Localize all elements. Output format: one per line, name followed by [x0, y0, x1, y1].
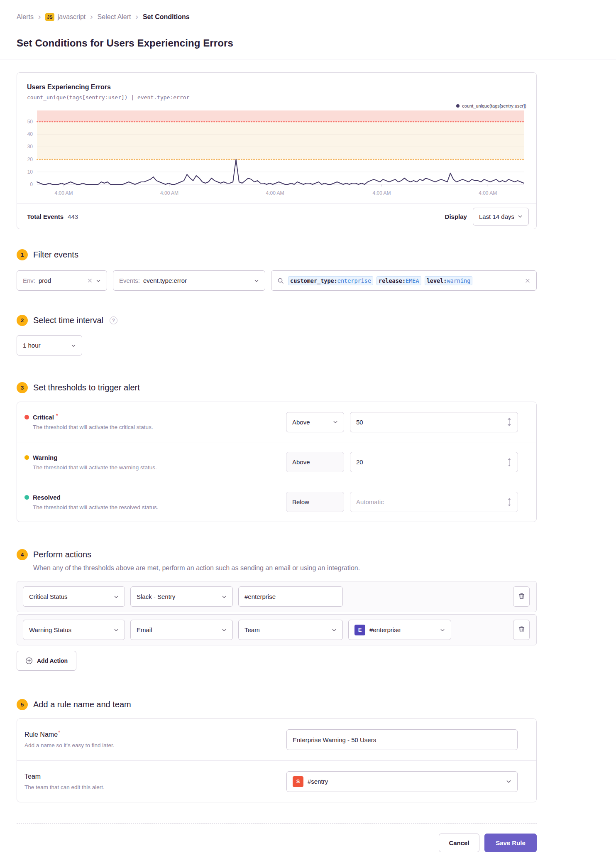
warning-threshold-input[interactable] — [350, 452, 518, 472]
stepper-icon[interactable] — [507, 498, 512, 507]
rule-team-select[interactable]: S #sentry — [286, 771, 518, 792]
critical-threshold-value[interactable] — [356, 419, 489, 426]
action-service-select[interactable]: Slack - Sentry — [130, 586, 233, 607]
save-rule-button[interactable]: Save Rule — [484, 834, 537, 852]
token-key: level: — [427, 277, 447, 284]
stepper-icon[interactable] — [507, 458, 512, 467]
help-icon[interactable]: ? — [110, 316, 117, 324]
search-token[interactable]: level:warning — [425, 276, 473, 285]
event-type-filter-value: event.type:error — [143, 277, 251, 284]
step-rule-heading: 5 Add a rule name and team — [17, 699, 537, 710]
critical-condition-select[interactable]: Above — [286, 412, 344, 432]
action-trigger-select[interactable]: Warning Status — [23, 620, 125, 640]
chevron-down-icon — [518, 214, 523, 219]
tag-search-input[interactable]: customer_type:enterprise release:EMEA le… — [271, 270, 537, 291]
action-team-select[interactable]: E #enterprise — [348, 620, 451, 640]
time-interval-select[interactable]: 1 hour — [17, 335, 82, 356]
search-token[interactable]: customer_type:enterprise — [288, 276, 373, 285]
team-avatar: E — [354, 625, 365, 635]
top-header: Alerts › JS javascript › Select Alert › … — [0, 0, 616, 49]
environment-filter-label: Env: — [23, 277, 35, 284]
svg-text:50: 50 — [27, 119, 33, 125]
resolved-label: Resolved — [33, 494, 61, 501]
required-asterisk: * — [58, 729, 60, 737]
cancel-button[interactable]: Cancel — [439, 834, 479, 852]
rule-team-help: The team that can edit this alert. — [24, 784, 286, 790]
token-value: EMEA — [406, 277, 419, 284]
action-service-value: Slack - Sentry — [137, 593, 175, 600]
chevron-down-icon — [222, 628, 227, 633]
action-service-value: Email — [137, 626, 152, 633]
resolved-description: The threshold that will activate the res… — [33, 504, 286, 510]
event-type-filter-select[interactable]: Events: event.type:error — [113, 270, 265, 291]
breadcrumb-select-alert[interactable]: Select Alert — [98, 13, 131, 21]
legend-dot-icon — [456, 104, 460, 108]
critical-threshold-row: Critical * The threshold that will activ… — [17, 402, 536, 442]
add-action-button[interactable]: Add Action — [17, 651, 76, 671]
step-actions-title: Perform actions — [33, 550, 91, 559]
rule-name-input[interactable] — [286, 729, 518, 750]
warning-status-icon — [24, 455, 29, 460]
chevron-down-icon — [254, 278, 259, 283]
warning-label: Warning — [33, 454, 57, 461]
stepper-icon[interactable] — [507, 417, 512, 427]
rule-team-row: Team The team that can edit this alert. … — [17, 760, 536, 802]
javascript-platform-icon: JS — [45, 13, 54, 21]
action-row-warning: Warning Status Email Team E — [17, 614, 537, 645]
resolved-threshold-input[interactable] — [350, 492, 518, 512]
step-number-badge: 4 — [17, 549, 28, 560]
step-thresholds-title: Set thresholds to trigger alert — [33, 383, 140, 392]
chevron-down-icon — [440, 628, 445, 633]
token-value: warning — [447, 277, 470, 284]
action-trigger-value: Warning Status — [29, 626, 71, 633]
action-target-type-select[interactable]: Team — [238, 620, 343, 640]
warning-threshold-value[interactable] — [356, 459, 489, 466]
warning-condition-readonly: Above — [286, 452, 344, 472]
total-events: Total Events 443 — [27, 213, 78, 220]
svg-text:4:00 AM: 4:00 AM — [160, 190, 178, 196]
thresholds-panel: Critical * The threshold that will activ… — [17, 402, 537, 522]
breadcrumb-project[interactable]: JS javascript — [45, 13, 86, 21]
action-channel-input[interactable] — [238, 586, 343, 607]
rule-name-help: Add a name so it's easy to find later. — [24, 742, 286, 748]
total-events-value: 443 — [68, 213, 78, 220]
svg-text:20: 20 — [27, 157, 33, 162]
filter-row: Env: prod Events: event.type:error custo… — [17, 270, 537, 291]
footer-buttons: Cancel Save Rule — [17, 834, 537, 852]
environment-filter-select[interactable]: Env: prod — [17, 270, 107, 291]
step-interval-title: Select time interval — [33, 316, 103, 325]
action-team-value: #enterprise — [369, 626, 401, 633]
search-token[interactable]: release:EMEA — [376, 276, 421, 285]
resolved-threshold-row: Resolved The threshold that will activat… — [17, 482, 536, 522]
chevron-down-icon — [96, 278, 101, 283]
critical-condition-value: Above — [292, 419, 310, 426]
rule-name-label: Rule Name — [24, 731, 58, 738]
chevron-right-icon: › — [38, 12, 41, 22]
chart-title: Users Experiencing Errors — [27, 83, 526, 91]
team-avatar: S — [293, 776, 303, 787]
svg-text:4:00 AM: 4:00 AM — [266, 190, 284, 196]
delete-action-button[interactable] — [513, 586, 530, 607]
trash-icon — [518, 593, 525, 601]
display-label: Display — [445, 213, 467, 220]
action-channel-value[interactable] — [244, 593, 337, 600]
resolved-threshold-value[interactable] — [356, 498, 489, 505]
chevron-down-icon — [332, 628, 337, 633]
critical-threshold-input[interactable] — [350, 412, 518, 432]
chart-header: Users Experiencing Errors count_unique(t… — [17, 73, 536, 101]
clear-search-icon[interactable] — [525, 278, 530, 284]
search-token-list: customer_type:enterprise release:EMEA le… — [288, 276, 521, 285]
rule-name-value[interactable] — [293, 736, 511, 743]
time-range-button[interactable]: Last 14 days — [473, 208, 529, 226]
breadcrumb-alerts[interactable]: Alerts — [17, 13, 34, 21]
chevron-down-icon — [71, 343, 76, 348]
svg-text:4:00 AM: 4:00 AM — [54, 190, 73, 196]
clear-environment-icon[interactable] — [87, 278, 93, 283]
chevron-right-icon: › — [135, 12, 139, 22]
chart-legend[interactable]: count_unique(tags[sentry:user]) — [456, 103, 526, 108]
action-service-select[interactable]: Email — [130, 620, 233, 640]
action-trigger-select[interactable]: Critical Status — [23, 586, 125, 607]
step-filter-title: Filter events — [33, 250, 78, 260]
delete-action-button[interactable] — [513, 620, 530, 640]
step-actions-heading: 4 Perform actions — [17, 549, 537, 560]
